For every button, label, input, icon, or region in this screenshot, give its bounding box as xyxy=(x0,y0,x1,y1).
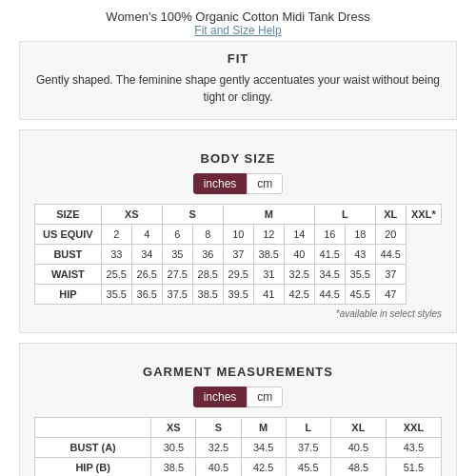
cell: 38.5 xyxy=(151,458,196,477)
cell: 34 xyxy=(131,245,162,265)
fit-label: FIT xyxy=(34,51,442,66)
col-l: L xyxy=(286,418,330,438)
cell: 12 xyxy=(253,225,284,245)
col-m: M xyxy=(241,418,286,438)
cell: 39.5 xyxy=(223,285,253,305)
table-row: BUST (A) 30.5 32.5 34.5 37.5 40.5 43.5 xyxy=(35,438,442,458)
fit-plain-text: Gently shaped. xyxy=(36,73,116,87)
row-label: HIP (B) xyxy=(35,458,151,477)
body-size-footnote: *available in select styles xyxy=(34,308,442,319)
col-xxl: XXL xyxy=(386,418,441,438)
table-row: HIP 35.5 36.5 37.5 38.5 39.5 41 42.5 44.… xyxy=(35,285,442,305)
body-size-table: SIZE XS S M L XL XXL* US EQUIV 2 4 6 8 1… xyxy=(34,204,442,305)
cell: 40 xyxy=(284,245,314,265)
table-row: US EQUIV 2 4 6 8 10 12 14 16 18 20 xyxy=(35,225,442,245)
cell: 4 xyxy=(131,225,162,245)
row-label: BUST xyxy=(35,245,102,265)
col-xs: XS xyxy=(101,205,162,225)
cell: 29.5 xyxy=(223,265,253,285)
table-row: WAIST 25.5 26.5 27.5 28.5 29.5 31 32.5 3… xyxy=(35,265,442,285)
page-container: Women's 100% Organic Cotton Midi Tank Dr… xyxy=(0,0,476,476)
cell: 37.5 xyxy=(162,285,192,305)
cell: 14 xyxy=(284,225,314,245)
fit-section: FIT Gently shaped. The feminine shape ge… xyxy=(19,41,457,120)
cell: 31 xyxy=(253,265,284,285)
cell: 48.5 xyxy=(330,458,386,477)
cell: 32.5 xyxy=(196,438,241,458)
cell: 25.5 xyxy=(101,265,131,285)
cell: 36.5 xyxy=(131,285,162,305)
product-title: Women's 100% Organic Cotton Midi Tank Dr… xyxy=(19,10,457,24)
cell: 47 xyxy=(375,285,406,305)
col-m: M xyxy=(223,205,314,225)
cell: 6 xyxy=(162,225,192,245)
row-label: HIP xyxy=(35,285,102,305)
cell: 38.5 xyxy=(192,285,223,305)
col-size: SIZE xyxy=(35,205,102,225)
cell: 34.5 xyxy=(241,438,286,458)
cell: 43 xyxy=(345,245,375,265)
col-s: S xyxy=(196,418,241,438)
table-row: HIP (B) 38.5 40.5 42.5 45.5 48.5 51.5 xyxy=(35,458,442,477)
col-xs: XS xyxy=(151,418,196,438)
cell: 26.5 xyxy=(131,265,162,285)
body-size-section: BODY SIZE inches cm SIZE XS S M L XL XXL… xyxy=(19,129,457,333)
cell: 28.5 xyxy=(192,265,223,285)
garment-measurements-section: GARMENT MEASUREMENTS inches cm XS S M L … xyxy=(19,343,457,476)
col-xl: XL xyxy=(330,418,386,438)
fit-highlight-text: The feminine shape gently accentuates yo… xyxy=(116,73,440,104)
cell: 35 xyxy=(162,245,192,265)
garment-title: GARMENT MEASUREMENTS xyxy=(34,365,442,379)
cell: 51.5 xyxy=(386,458,441,477)
cell: 45.5 xyxy=(345,285,375,305)
cell: 33 xyxy=(101,245,131,265)
garment-inches-btn[interactable]: inches xyxy=(193,387,248,407)
cell: 40.5 xyxy=(330,438,386,458)
cell: 30.5 xyxy=(151,438,196,458)
table-row: BUST 33 34 35 36 37 38.5 40 41.5 43 44.5 xyxy=(35,245,442,265)
cell: 42.5 xyxy=(284,285,314,305)
cell: 37.5 xyxy=(286,438,330,458)
table-header-row: SIZE XS S M L XL XXL* xyxy=(35,205,442,225)
row-label: BUST (A) xyxy=(35,438,151,458)
cell: 41.5 xyxy=(314,245,345,265)
cell: 40.5 xyxy=(196,458,241,477)
body-size-inches-btn[interactable]: inches xyxy=(193,173,248,194)
cell: 38.5 xyxy=(253,245,284,265)
col-empty xyxy=(35,418,151,438)
cell: 44.5 xyxy=(314,285,345,305)
cell: 45.5 xyxy=(286,458,330,477)
row-label: WAIST xyxy=(35,265,102,285)
cell: 43.5 xyxy=(386,438,441,458)
cell: 37 xyxy=(223,245,253,265)
body-size-title: BODY SIZE xyxy=(34,151,442,166)
cell: 42.5 xyxy=(241,458,286,477)
body-size-toggle-group: inches cm xyxy=(34,173,442,194)
cell: 8 xyxy=(192,225,223,245)
cell: 2 xyxy=(101,225,131,245)
row-label: US EQUIV xyxy=(35,225,102,245)
cell: 37 xyxy=(375,265,406,285)
cell: 18 xyxy=(345,225,375,245)
col-l: L xyxy=(314,205,375,225)
cell: 10 xyxy=(223,225,253,245)
garment-cm-btn[interactable]: cm xyxy=(247,387,283,407)
col-s: S xyxy=(162,205,223,225)
cell: 41 xyxy=(253,285,284,305)
cell: 20 xyxy=(375,225,406,245)
garment-table: XS S M L XL XXL BUST (A) 30.5 32.5 34.5 … xyxy=(34,417,442,476)
cell: 35.5 xyxy=(345,265,375,285)
cell: 44.5 xyxy=(375,245,406,265)
page-header: Women's 100% Organic Cotton Midi Tank Dr… xyxy=(19,10,457,37)
fit-size-help-link[interactable]: Fit and Size Help xyxy=(194,24,281,37)
garment-toggle-group: inches cm xyxy=(34,387,442,407)
garment-header-row: XS S M L XL XXL xyxy=(35,418,442,438)
col-xxl: XXL* xyxy=(406,205,441,225)
cell: 32.5 xyxy=(284,265,314,285)
fit-description: Gently shaped. The feminine shape gently… xyxy=(34,71,442,106)
col-xl: XL xyxy=(375,205,406,225)
cell: 35.5 xyxy=(101,285,131,305)
cell: 34.5 xyxy=(314,265,345,285)
cell: 36 xyxy=(192,245,223,265)
body-size-cm-btn[interactable]: cm xyxy=(247,173,283,194)
